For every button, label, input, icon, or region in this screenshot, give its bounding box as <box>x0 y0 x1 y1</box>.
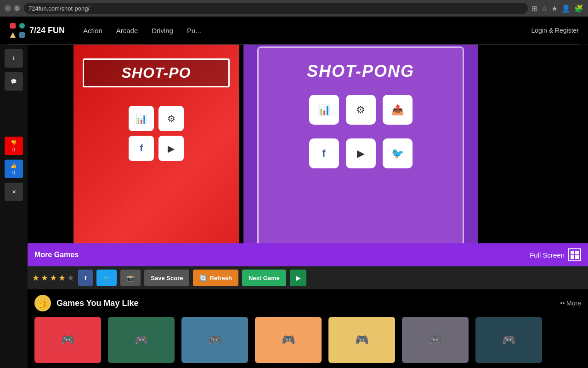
play-icon-ov: ▶ <box>357 148 365 160</box>
fullscreen-button[interactable]: Full Screen <box>530 248 581 261</box>
refresh-button[interactable]: 🔄 Refresh <box>193 270 238 286</box>
next-game-button[interactable]: Next Game <box>242 270 286 286</box>
share-btn-overlay[interactable]: 📤 <box>383 95 413 125</box>
star-rating[interactable]: ★ ★ ★ ★ ★ <box>32 273 74 283</box>
main-content: ℹ 💬 👎 0 👍 0 ✕ SHOT-PO 📊 <box>0 45 588 368</box>
play-btn-overlay[interactable]: ▶ <box>346 138 376 168</box>
refresh-icon: 🔄 <box>199 275 207 282</box>
comment-icon: 💬 <box>11 79 17 85</box>
url-text: 724fun.com/shot-pong/ <box>28 5 90 12</box>
star-4: ★ <box>58 273 66 283</box>
more-link[interactable]: •• More <box>560 299 581 307</box>
action-bar: ★ ★ ★ ★ ★ f 🐦 📸 Save Score 🔄 Refresh <box>28 266 588 289</box>
overlay-buttons-top: 📊 ⚙ 📤 <box>309 95 413 125</box>
share-icon-ov: 📤 <box>391 104 404 116</box>
logo-text: 7/24 FUN <box>29 26 65 35</box>
leaderboard-icon-ov: 📊 <box>318 104 330 116</box>
save-score-label: Save Score <box>151 275 183 282</box>
extensions2-icon[interactable]: 🧩 <box>574 4 583 13</box>
expand-button[interactable]: ✕ <box>5 183 23 201</box>
facebook-icon-ov: f <box>322 148 325 160</box>
game-bottom-bar: More Games Full Screen <box>28 243 588 266</box>
expand-icon: ✕ <box>12 189 16 195</box>
overlay-buttons-bottom: f ▶ 🐦 <box>309 138 413 168</box>
info-icon: ℹ <box>13 56 15 62</box>
address-bar[interactable]: 724fun.com/shot-pong/ <box>24 3 528 14</box>
game-thumb-7[interactable]: 🎮 <box>475 317 542 363</box>
star-1: ★ <box>32 273 40 283</box>
games-you-may-like-section: 👍 Games You May Like •• More 🎮 🎮 🎮 🎮 <box>28 289 588 368</box>
star-5: ★ <box>67 273 74 283</box>
thumb-bg-1: 🎮 <box>34 317 101 363</box>
game-thumb-6[interactable]: 🎮 <box>402 317 469 363</box>
facebook-share-button[interactable]: f <box>78 270 93 286</box>
twitter-share-button[interactable]: 🐦 <box>96 270 117 286</box>
game-thumb-1[interactable]: 🎮 <box>34 317 101 363</box>
bookmark-icon[interactable]: ☆ <box>541 4 548 13</box>
dislike-button[interactable]: 👎 0 <box>5 137 23 155</box>
game-thumb-5[interactable]: 🎮 <box>328 317 395 363</box>
dislike-icon: 👎 <box>11 140 17 146</box>
games-grid: 🎮 🎮 🎮 🎮 🎮 🎮 🎮 <box>34 317 581 363</box>
more-label: •• More <box>560 299 581 307</box>
game-frame[interactable]: SHOT-PO 📊 ⚙ f ▶ Best: 11 <box>28 45 588 243</box>
nav-arcade[interactable]: Arcade <box>116 27 138 34</box>
save-score-button[interactable]: Save Score <box>144 270 189 286</box>
comment-button[interactable]: 💬 <box>5 72 23 91</box>
login-register[interactable]: Login & Register <box>531 27 579 34</box>
facebook-icon: f <box>140 143 143 154</box>
facebook-btn-overlay[interactable]: f <box>309 138 339 168</box>
nav-action[interactable]: Action <box>83 27 102 34</box>
star-3: ★ <box>50 273 57 283</box>
refresh-label: Refresh <box>209 275 232 282</box>
game-title-red: SHOT-PO <box>83 58 230 87</box>
fullscreen-icon <box>568 248 581 261</box>
next-game-label: Next Game <box>249 275 280 282</box>
thumb-bg-3: 🎮 <box>181 317 248 363</box>
play-icon: ▶ <box>168 143 175 154</box>
logo-icon <box>9 22 26 39</box>
browser-chrome: ← ↻ 724fun.com/shot-pong/ ⊞ ☆ ★ 👤 🧩 <box>0 0 588 17</box>
nav-more[interactable]: Pu... <box>187 27 201 34</box>
settings-btn-overlay[interactable]: ⚙ <box>346 95 376 125</box>
next-arrow-button[interactable]: ▶ <box>290 270 306 286</box>
star-icon[interactable]: ★ <box>551 4 558 13</box>
settings-btn-red[interactable]: ⚙ <box>158 106 184 131</box>
play-btn-red[interactable]: ▶ <box>158 136 184 161</box>
screenshot-icon: 📸 <box>127 275 134 282</box>
overlay-inner: SHOT-PONG 📊 ⚙ 📤 f <box>257 46 464 243</box>
leaderboard-btn-red[interactable]: 📊 <box>129 106 154 131</box>
twitter-btn-overlay[interactable]: 🐦 <box>383 138 413 168</box>
leaderboard-btn-overlay[interactable]: 📊 <box>309 95 339 125</box>
settings-icon: ⚙ <box>167 113 175 124</box>
game-thumb-4[interactable]: 🎮 <box>255 317 322 363</box>
game-card-red: SHOT-PO 📊 ⚙ f ▶ Best: 11 <box>74 45 239 243</box>
like-count: 0 <box>12 170 15 175</box>
thumb-bg-6: 🎮 <box>402 317 469 363</box>
browser-controls: ← ↻ <box>5 5 20 12</box>
overlay-title: SHOT-PONG <box>307 62 414 81</box>
back-button[interactable]: ← <box>5 5 11 12</box>
game-thumb-3[interactable]: 🎮 <box>181 317 248 363</box>
like-button[interactable]: 👍 0 <box>5 160 23 178</box>
screenshot-button[interactable]: 📸 <box>120 270 141 286</box>
nav-driving[interactable]: Driving <box>152 27 173 34</box>
game-thumb-2[interactable]: 🎮 <box>108 317 175 363</box>
more-games-button[interactable]: More Games <box>34 251 79 259</box>
site-logo[interactable]: 7/24 FUN <box>9 22 65 39</box>
profile-icon[interactable]: 👤 <box>561 4 571 13</box>
nav-menu: Action Arcade Driving Pu... <box>83 27 201 34</box>
overlay-card: SHOT-PONG 📊 ⚙ 📤 f <box>243 45 478 243</box>
leaderboard-icon: 📊 <box>136 113 147 124</box>
facebook-btn-red[interactable]: f <box>129 136 154 161</box>
games-title: Games You May Like <box>57 299 138 308</box>
games-header: 👍 Games You May Like •• More <box>34 295 581 311</box>
extensions-icon[interactable]: ⊞ <box>531 4 537 13</box>
game-buttons-red: 📊 ⚙ f ▶ <box>129 106 184 161</box>
dislike-count: 0 <box>12 147 15 152</box>
facebook-share-icon: f <box>85 275 86 282</box>
browser-refresh-button[interactable]: ↻ <box>14 5 20 12</box>
info-button[interactable]: ℹ <box>5 49 23 68</box>
svg-point-1 <box>19 23 25 29</box>
thumb-bg-4: 🎮 <box>255 317 322 363</box>
